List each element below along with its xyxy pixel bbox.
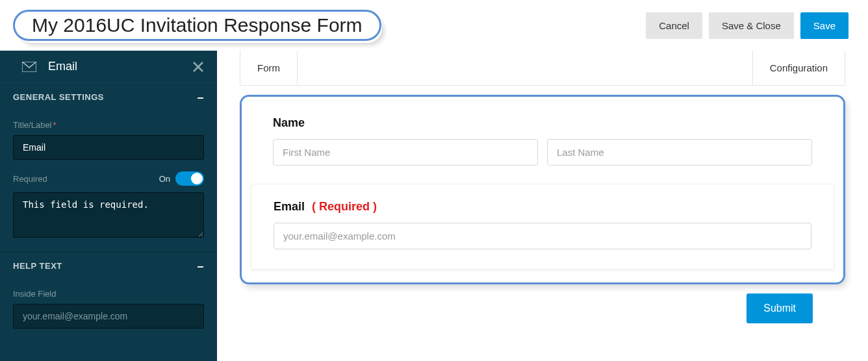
help-text-body: Inside Field <box>0 280 217 340</box>
section-help-text[interactable]: HELP TEXT – <box>0 251 217 280</box>
close-icon[interactable] <box>192 61 204 73</box>
main: Form Configuration Name Email ( Requi <box>217 51 868 361</box>
submit-button[interactable]: Submit <box>747 293 813 323</box>
title-label-text: Title/Label <box>13 120 52 130</box>
section-general-label: GENERAL SETTINGS <box>13 92 104 102</box>
first-name-input[interactable] <box>273 139 538 166</box>
collapse-icon[interactable]: – <box>197 263 204 269</box>
title-label-label: Title/Label* <box>13 120 204 130</box>
email-field-block: Email ( Required ) <box>251 184 834 269</box>
general-settings-body: Title/Label* Required On This field is r… <box>0 111 217 251</box>
top-bar: My 2016UC Invitation Response Form Cance… <box>0 0 868 51</box>
tab-configuration[interactable]: Configuration <box>752 51 845 85</box>
required-row: Required On <box>13 171 204 186</box>
email-input[interactable] <box>274 223 811 249</box>
required-tag: ( Required ) <box>312 200 377 213</box>
section-general-settings[interactable]: GENERAL SETTINGS – <box>0 82 217 111</box>
cancel-button[interactable]: Cancel <box>646 12 702 39</box>
top-actions: Cancel Save & Close Save <box>646 12 849 39</box>
last-name-input[interactable] <box>547 139 812 166</box>
name-field-block: Name <box>242 102 843 184</box>
submit-row: Submit <box>240 293 845 323</box>
required-toggle[interactable] <box>175 171 204 186</box>
email-field-wrapper[interactable]: Email ( Required ) <box>251 184 834 269</box>
save-close-button[interactable]: Save & Close <box>709 12 794 39</box>
toggle-wrap: On <box>159 171 204 186</box>
email-label: Email <box>274 200 305 213</box>
required-star: * <box>53 120 57 130</box>
collapse-icon[interactable]: – <box>197 94 204 101</box>
title-badge: My 2016UC Invitation Response Form <box>13 10 381 41</box>
sidebar: Email GENERAL SETTINGS – Title/Label* Re… <box>0 51 217 361</box>
section-help-label: HELP TEXT <box>13 261 62 271</box>
name-row <box>273 139 812 166</box>
form-preview-frame: Name Email ( Required ) <box>240 95 845 284</box>
sidebar-panel-title: Email <box>48 60 77 73</box>
form-preview-inner: Name Email ( Required ) <box>242 97 843 282</box>
save-button[interactable]: Save <box>800 12 849 39</box>
title-label-input[interactable] <box>13 135 204 160</box>
sidebar-header: Email <box>0 51 217 82</box>
layout: Email GENERAL SETTINGS – Title/Label* Re… <box>0 51 868 361</box>
inside-field-label: Inside Field <box>13 289 204 299</box>
mail-icon <box>22 62 36 72</box>
tab-form[interactable]: Form <box>240 51 298 85</box>
required-label: Required <box>13 174 47 184</box>
email-field-title: Email ( Required ) <box>274 200 811 214</box>
inside-field-input[interactable] <box>13 304 204 329</box>
page-title: My 2016UC Invitation Response Form <box>32 14 363 36</box>
required-message-textarea[interactable]: This field is required. <box>13 192 204 238</box>
tabs-row: Form Configuration <box>240 51 845 86</box>
name-field-title: Name <box>273 116 812 130</box>
toggle-state-label: On <box>159 174 170 184</box>
